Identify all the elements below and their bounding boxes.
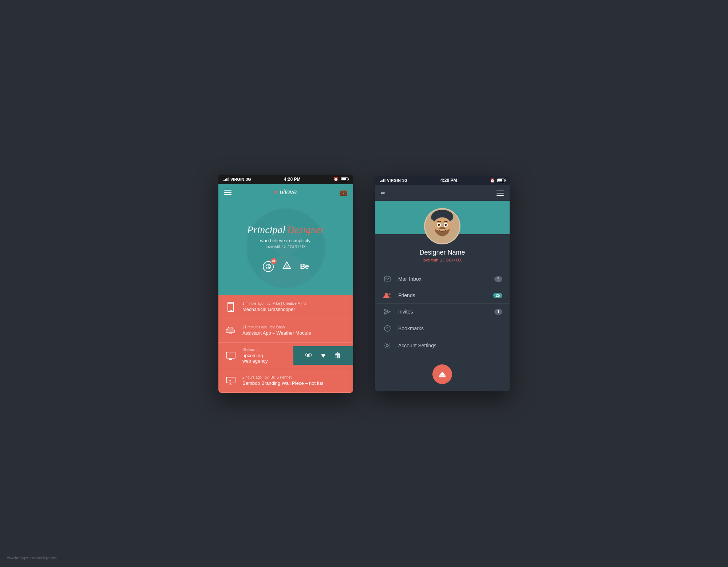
list-item[interactable]: 2 hours ago by: Bill S Kenney Bamboo Bra… xyxy=(218,369,353,393)
clock-icon: ⏰ xyxy=(490,178,495,183)
briefcase-icon[interactable]: 💼 xyxy=(339,188,347,196)
list-item[interactable]: 21 minutes ago by: Dash Assistant App – … xyxy=(218,319,353,343)
list-item[interactable]: Ghulam ✓ upcoming web agency 👁 ♥ 🗑 xyxy=(218,343,353,369)
signal-icon xyxy=(380,179,385,182)
friends-label: Friends xyxy=(398,292,493,298)
pencil-icon[interactable]: ✏ xyxy=(381,189,385,196)
feed-item-title: Bamboo Branding Wall Piece – not flat xyxy=(242,380,347,386)
app-name: uilove xyxy=(280,188,297,196)
battery-icon xyxy=(341,177,348,181)
social-icons: 21 Bē xyxy=(263,261,309,272)
eject-button[interactable] xyxy=(432,364,452,384)
battery-icon xyxy=(497,179,505,182)
phone1: VIRGIN 3G 4:20 PM ⏰ ♥ uilove 💼 xyxy=(218,175,353,393)
invites-label: Invites xyxy=(398,309,494,315)
sidebar-item-bookmarks[interactable]: Bookmarks xyxy=(375,320,510,337)
trash-icon[interactable]: 🗑 xyxy=(334,351,341,360)
dribbble-badge: 21 xyxy=(271,258,277,264)
feed-item-content: 21 minutes ago by: Dash Assistant App – … xyxy=(242,325,347,336)
hero-subtitle: who believe in simplicity. xyxy=(247,238,325,243)
heart-action-icon[interactable]: ♥ xyxy=(321,351,325,360)
hamburger-icon[interactable] xyxy=(224,190,232,195)
friends-badge: 25 xyxy=(493,293,502,298)
web-icon xyxy=(224,349,237,362)
account-settings-label: Account Settings xyxy=(398,343,502,348)
svg-point-30 xyxy=(386,344,388,347)
arch-icon xyxy=(282,263,291,272)
profile-section: Designer Name love with UI/ GUI / UX xyxy=(375,201,510,268)
clock-icon: ⏰ xyxy=(333,177,339,181)
svg-rect-32 xyxy=(439,376,446,378)
bookmark-icon xyxy=(382,325,392,332)
feed-item-meta: 2 hours ago by: Bill S Kenney xyxy=(242,375,347,379)
send-icon xyxy=(382,309,392,315)
list-item[interactable]: 1 minute ago by: Mike | Creative Mints M… xyxy=(218,295,353,319)
status-right: ⏰ xyxy=(333,177,348,181)
sidebar-item-mail-inbox[interactable]: Mail Inbox 5 xyxy=(375,271,510,287)
arch-icon-wrap[interactable] xyxy=(282,261,291,272)
feed-item-content: 2 hours ago by: Bill S Kenney Bamboo Bra… xyxy=(242,375,347,386)
mail-inbox-badge: 5 xyxy=(494,276,502,282)
feed-item-by: Ghulam ✓ xyxy=(242,348,269,352)
time: 4:20 PM xyxy=(440,178,457,183)
feed-item-meta: 1 minute ago by: Mike | Creative Mints xyxy=(242,302,347,306)
network: 3G xyxy=(402,178,408,183)
carrier: VIRGIN xyxy=(387,178,401,183)
hero-text: Principal Designer who believe in simpli… xyxy=(247,224,325,249)
hero-title-plain: Principal xyxy=(247,224,286,235)
svg-marker-31 xyxy=(439,372,446,376)
signal-icon xyxy=(223,177,229,181)
feed-item-content: 1 minute ago by: Mike | Creative Mints M… xyxy=(242,302,347,312)
status-bar-phone2: VIRGIN 3G 4:20 PM ⏰ xyxy=(375,176,510,185)
feed-time: 1 minute ago xyxy=(242,302,264,306)
dribbble-icon-wrap[interactable]: 21 xyxy=(263,261,274,272)
phone2: VIRGIN 3G 4:20 PM ⏰ ✏ xyxy=(375,176,510,391)
mail-icon xyxy=(382,276,392,281)
network: 3G xyxy=(246,177,251,181)
eject-section xyxy=(375,357,510,391)
feed-time: 2 hours ago xyxy=(242,375,262,379)
status-left: VIRGIN 3G xyxy=(380,178,408,183)
status-right: ⏰ xyxy=(490,178,505,183)
status-left: VIRGIN 3G xyxy=(223,177,251,181)
menu-section: Mail Inbox 5 Friends 25 xyxy=(375,268,510,357)
svg-point-28 xyxy=(388,293,391,295)
profile-tagline: love with UI/ GUI / UX xyxy=(423,258,462,262)
hero-title-accent: Designer xyxy=(287,224,325,235)
feed-time: 21 minutes ago xyxy=(242,325,267,329)
svg-point-24 xyxy=(438,224,440,226)
hamburger-icon[interactable] xyxy=(496,191,504,196)
behance-icon: Bē xyxy=(300,262,309,270)
feed-item-title: upcoming web agency xyxy=(242,353,269,364)
feed-item-actions: 👁 ♥ 🗑 xyxy=(293,346,353,365)
friends-icon xyxy=(382,292,392,298)
behance-icon-wrap[interactable]: Bē xyxy=(300,262,309,271)
carrier: VIRGIN xyxy=(230,177,244,181)
hero-section: Principal Designer who believe in simpli… xyxy=(218,201,353,295)
time: 4:20 PM xyxy=(284,177,300,182)
sidebar-item-account-settings[interactable]: Account Settings xyxy=(375,337,510,354)
app-header: ♥ uilove 💼 xyxy=(218,184,353,201)
gear-icon xyxy=(382,342,392,349)
svg-point-25 xyxy=(445,224,447,226)
hero-tagline: love with UI / GUI / UX xyxy=(247,244,325,249)
svg-rect-12 xyxy=(226,352,235,358)
watermark: www.heritagechristiancollege.com xyxy=(7,556,57,560)
invites-badge: 1 xyxy=(494,309,502,315)
cloud-icon xyxy=(224,324,237,337)
bookmarks-label: Bookmarks xyxy=(398,326,502,331)
monitor-icon xyxy=(224,374,237,387)
feed-item-title: Mechanical Grasshopper xyxy=(242,307,347,312)
profile-name: Designer Name xyxy=(419,249,465,256)
status-bar-phone1: VIRGIN 3G 4:20 PM ⏰ xyxy=(218,175,353,184)
phone-icon xyxy=(224,300,237,314)
svg-rect-7 xyxy=(230,310,232,311)
feed-section: 1 minute ago by: Mike | Creative Mints M… xyxy=(218,295,353,393)
sidebar-item-invites[interactable]: Invites 1 xyxy=(375,304,510,320)
sidebar-item-friends[interactable]: Friends 25 xyxy=(375,287,510,304)
feed-by: by: Bill S Kenney xyxy=(265,375,292,379)
feed-by: by: Dash xyxy=(270,325,285,329)
profile-header: ✏ xyxy=(375,185,510,201)
eye-icon[interactable]: 👁 xyxy=(305,351,312,360)
app-logo: ♥ uilove xyxy=(274,188,297,196)
